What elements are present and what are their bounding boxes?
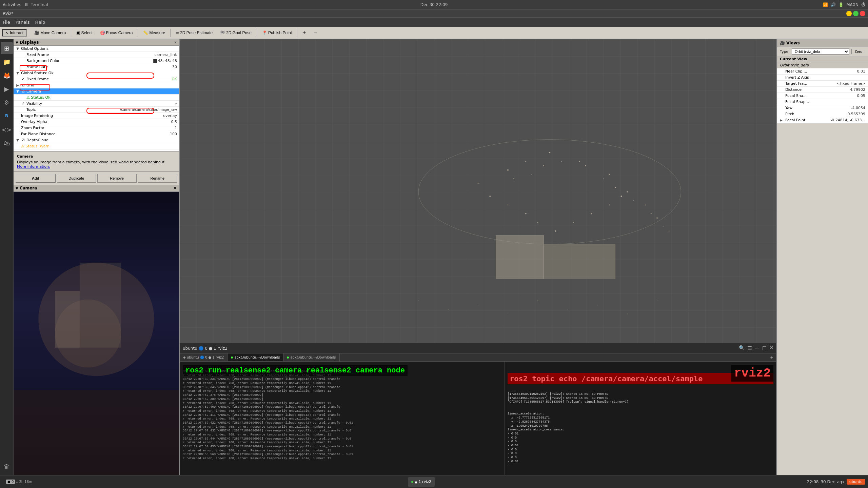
interact-button[interactable]: ↖ Interact	[2, 29, 27, 37]
terminal-search-icon[interactable]: 🔍	[739, 345, 745, 351]
svg-point-13	[669, 230, 670, 231]
terminal-tab-3[interactable]: agx@ubuntu:~/Downloads	[283, 353, 339, 361]
publish-point-button[interactable]: 📍 Publish Point	[259, 29, 295, 36]
tree-camera-topic[interactable]: Topic /camera/camera/color/image_raw	[14, 107, 179, 113]
tree-global-status[interactable]: ▼ Global Status: Ok	[14, 70, 179, 76]
camera-subpanel-close[interactable]: ✕	[173, 185, 177, 191]
taskbar-user: agx	[837, 480, 845, 484]
tree-image-rendering[interactable]: Image Rendering overlay	[14, 113, 179, 119]
tree-camera-status[interactable]: ⚠ Status: Ok	[14, 95, 179, 101]
displays-close-icon[interactable]: ✕	[174, 41, 177, 44]
taskbar-time: 22:08	[807, 480, 819, 484]
maximize-btn[interactable]	[853, 11, 859, 16]
view-prop-focal-shape1[interactable]: Focal Sha... 0.05	[777, 93, 868, 99]
focus-camera-button[interactable]: 🎯 Focus Camera	[97, 29, 136, 36]
tree-overlay-alpha[interactable]: Overlay Alpha 0.5	[14, 119, 179, 125]
duplicate-button[interactable]: Duplicate	[57, 174, 96, 183]
gnome-terminal-icon[interactable]: ▶	[1, 83, 13, 95]
svg-point-42	[567, 309, 568, 310]
terminal-tab-2[interactable]: agx@ubuntu:~/Downloads	[228, 353, 283, 361]
tree-depthcloud[interactable]: ▼ ☑ DepthCloud	[14, 137, 179, 143]
gnome-apps-icon[interactable]: ⊞	[1, 42, 13, 54]
rename-button[interactable]: Rename	[138, 174, 177, 183]
tree-bg-color[interactable]: Background Color 48; 48; 48	[14, 58, 179, 64]
views-zero-button[interactable]: Zero	[851, 49, 865, 54]
menu-file[interactable]: File	[3, 20, 10, 25]
terminal-tab-1[interactable]: ubuntu 🔵 0 ● 1 rviz2	[180, 353, 228, 361]
views-type-select[interactable]: Orbit (rviz_defa	[792, 48, 849, 55]
goal-pose-button[interactable]: 🏁 2D Goal Pose	[217, 29, 255, 36]
focus-camera-icon: 🎯	[100, 30, 105, 35]
view-prop-target-frame[interactable]: Target Fra... <Fixed Frame>	[777, 81, 868, 87]
tree-fixed-frame[interactable]: Fixed Frame camera_link	[14, 52, 179, 58]
move-camera-button[interactable]: 🎥 Move Camera	[31, 29, 69, 36]
terminal-right-pane[interactable]: ros2 topic echo /camera/camera/accel/sam…	[505, 362, 776, 475]
menu-panels[interactable]: Panels	[16, 20, 30, 25]
view-prop-pitch[interactable]: Pitch 0.565399	[777, 111, 868, 117]
menu-help[interactable]: Help	[35, 20, 45, 25]
plus-button[interactable]: +	[299, 28, 309, 38]
gnome-code-icon[interactable]: <>	[1, 123, 13, 136]
tree-camera-visibility[interactable]: ✓ Visibility ✓	[14, 101, 179, 107]
add-button[interactable]: Add	[16, 174, 56, 183]
tree-zoom-factor[interactable]: Zoom Factor 1	[14, 125, 179, 131]
tree-reliability-policy[interactable]: Reliability Policy Best effort	[14, 149, 179, 151]
view-prop-near-clip[interactable]: Near Clip ... 0.01	[777, 68, 868, 75]
tree-grid[interactable]: ▶ ☑ Grid	[14, 82, 179, 88]
terminal-overlay: ubuntu 🔵 0 ● 1 rviz2 🔍 ☰ — □ ✕ ubuntu 🔵 …	[180, 343, 776, 475]
svg-point-19	[555, 230, 556, 232]
gnome-files-icon[interactable]: 📁	[1, 56, 13, 68]
view-prop-yaw[interactable]: Yaw -4.0054	[777, 105, 868, 111]
camera-subpanel-collapse[interactable]: ▼	[16, 186, 18, 190]
terminal-new-tab-icon[interactable]: +	[770, 355, 773, 360]
tree-frame-rate[interactable]: Frame Rate 30	[14, 64, 179, 70]
expand-global-options[interactable]: ▼	[15, 47, 20, 50]
taskbar: ● 0 ⬥ 2h 18m ▲ 1 rviz2 22:08 30 Dec agx …	[0, 475, 868, 488]
view-prop-focal-point[interactable]: ▶ Focal Point -0.24814; -0.673...	[777, 117, 868, 123]
power-icon[interactable]: ⏻	[861, 2, 865, 7]
gnome-firefox-icon[interactable]: 🦊	[1, 69, 13, 81]
measure-button[interactable]: 📏 Measure	[140, 29, 168, 36]
view-prop-distance[interactable]: Distance 4.79902	[777, 87, 868, 93]
terminal-minimize-icon[interactable]: —	[755, 345, 760, 351]
gnome-settings-icon[interactable]: ⚙	[1, 96, 13, 108]
view-prop-focal-shape2[interactable]: Focal Shap...	[777, 99, 868, 105]
terminal-close-icon[interactable]: ✕	[769, 345, 773, 351]
tree-far-plane[interactable]: Far Plane Distance 100	[14, 131, 179, 137]
tree-depthcloud-status[interactable]: ⚠ Status: Warn	[14, 143, 179, 149]
terminal-maximize-icon[interactable]: □	[762, 345, 767, 351]
tab3-dot	[287, 357, 289, 359]
taskbar-rviz2-label: ▲ 1 rviz2	[415, 480, 431, 484]
gnome-trash-icon[interactable]: 🗑	[1, 460, 13, 472]
minus-button[interactable]: −	[310, 28, 320, 38]
gnome-store-icon[interactable]: 🛍	[1, 137, 13, 149]
tree-global-options[interactable]: ▼ Global Options	[14, 46, 179, 52]
terminal-label[interactable]: Terminal	[31, 2, 48, 7]
gnome-rviz-icon[interactable]: R	[1, 110, 13, 122]
select-button[interactable]: ▣ Select	[73, 29, 95, 36]
tree-status-fixed-frame[interactable]: ✓ Fixed Frame OK	[14, 76, 179, 82]
views-type-row: Type: Orbit (rviz_defa Zero	[777, 47, 868, 56]
svg-point-21	[591, 213, 592, 214]
top-bar-center: Dec 30 22:09	[420, 2, 448, 7]
terminal-hamburger-icon[interactable]: ☰	[747, 345, 752, 351]
taskbar-workspace-indicator[interactable]: ● 0 ⬥ 2h 18m	[3, 477, 36, 487]
remove-button[interactable]: Remove	[97, 174, 137, 183]
window-title-bar: RViz*	[0, 9, 868, 18]
displays-collapse-icon[interactable]: ▼	[16, 41, 18, 44]
taskbar-rviz2-indicator[interactable]: ▲ 1 rviz2	[408, 477, 435, 487]
svg-point-31	[633, 200, 634, 201]
activities-label[interactable]: Activities	[3, 2, 21, 7]
terminal-left-content: 30/12 22:07:39,333 WARNING [281471889696…	[183, 370, 502, 461]
tree-camera[interactable]: ▼ ☑ Camera	[14, 88, 179, 95]
terminal-left-pane[interactable]: 30/12 22:07:39,333 WARNING [281471889696…	[180, 362, 505, 475]
close-btn[interactable]	[860, 11, 865, 16]
toolbar-separator-3	[138, 29, 138, 37]
svg-point-10	[627, 191, 628, 192]
view-prop-invert-z[interactable]: Invert Z Axis	[777, 75, 868, 81]
svg-point-26	[543, 165, 544, 166]
camera-viewport[interactable]	[14, 192, 179, 475]
camera-desc-link[interactable]: More information.	[17, 164, 50, 169]
minimize-btn[interactable]	[846, 11, 852, 16]
pose-estimate-button[interactable]: ➡ 2D Pose Estimate	[173, 29, 216, 36]
